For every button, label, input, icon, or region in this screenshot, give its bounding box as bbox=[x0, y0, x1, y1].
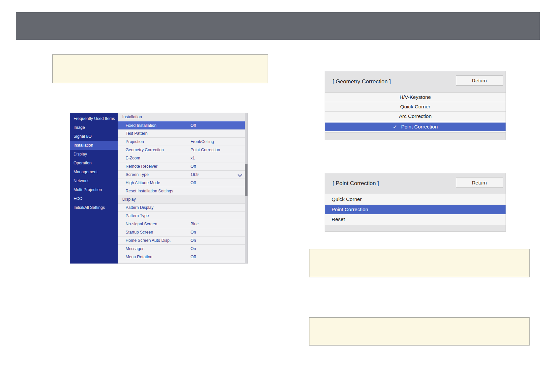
point-correction-panel: [ Point Correction ] Return Quick Corner… bbox=[325, 173, 506, 232]
menu-row-high-altitude-mode[interactable]: High Altitude ModeOff bbox=[118, 179, 248, 187]
menu-section-header-display: Display bbox=[118, 195, 248, 204]
menu-row-value: Blue bbox=[190, 220, 199, 228]
option-label: Arc Correction bbox=[399, 113, 431, 119]
menu-row-label: Reset Installation Settings bbox=[126, 189, 173, 193]
option-label: Reset bbox=[332, 216, 345, 222]
option-label: Point Correction bbox=[332, 207, 368, 212]
menu-row-label: Split Screen Setting bbox=[126, 263, 162, 264]
sidebar-item-installation[interactable]: Installation bbox=[70, 141, 118, 150]
menu-row-label: No-signal Screen bbox=[126, 222, 157, 226]
return-button[interactable]: Return bbox=[456, 75, 503, 86]
menu-row-e-zoom[interactable]: E-Zoomx1 bbox=[118, 154, 248, 162]
menu-row-home-screen-auto-disp[interactable]: Home Screen Auto Disp.On bbox=[118, 237, 248, 245]
panel-footer bbox=[325, 225, 506, 231]
menu-row-label: Projection bbox=[126, 139, 144, 144]
sidebar-item-display[interactable]: Display bbox=[70, 150, 118, 159]
menu-row-screen-type[interactable]: Screen Type16:9 bbox=[118, 171, 248, 179]
menu-row-pattern-type[interactable]: Pattern Type bbox=[118, 212, 248, 220]
point-option-point-correction[interactable]: Point Correction bbox=[325, 205, 506, 214]
menu-row-value: Off bbox=[190, 179, 196, 187]
menu-row-test-pattern[interactable]: Test Pattern bbox=[118, 129, 248, 138]
scrollbar-thumb[interactable] bbox=[245, 164, 248, 196]
geometry-panel-header: [ Geometry Correction ] Return bbox=[325, 71, 506, 93]
geometry-option-point-correction[interactable]: ✓Point Correction bbox=[325, 121, 506, 131]
point-panel-title: [ Point Correction ] bbox=[333, 180, 379, 187]
menu-row-messages[interactable]: MessagesOn bbox=[118, 245, 248, 253]
menu-row-label: Menu Rotation bbox=[126, 255, 152, 259]
menu-row-value: Off bbox=[190, 162, 196, 170]
menu-row-no-signal-screen[interactable]: No-signal ScreenBlue bbox=[118, 220, 248, 228]
sidebar-item-eco[interactable]: ECO bbox=[70, 194, 118, 203]
header-bar bbox=[16, 12, 540, 40]
menu-row-value: On bbox=[190, 245, 196, 253]
geometry-option-quick-corner[interactable]: Quick Corner bbox=[325, 102, 506, 112]
panel-footer bbox=[325, 132, 506, 140]
menu-row-label: Home Screen Auto Disp. bbox=[126, 238, 171, 243]
point-panel-header: [ Point Correction ] Return bbox=[325, 173, 506, 194]
menu-row-label: Test Pattern bbox=[126, 131, 148, 136]
check-icon: ✓ bbox=[393, 124, 397, 130]
option-label: Quick Corner bbox=[332, 196, 362, 202]
point-option-quick-corner[interactable]: Quick Corner bbox=[325, 194, 506, 205]
option-label: Point Correction bbox=[401, 124, 438, 130]
menu-row-label: Pattern Display bbox=[126, 205, 154, 210]
menu-row-label: E-Zoom bbox=[126, 156, 140, 160]
sidebar-item-network[interactable]: Network bbox=[70, 177, 118, 185]
sidebar-item-management[interactable]: Management bbox=[70, 168, 118, 177]
geometry-option-arc-correction[interactable]: Arc Correction bbox=[325, 112, 506, 121]
scrollbar[interactable] bbox=[245, 113, 248, 263]
geometry-panel-title: [ Geometry Correction ] bbox=[333, 78, 391, 85]
menu-row-value: Front/Ceiling bbox=[190, 138, 214, 146]
geometry-correction-panel: [ Geometry Correction ] Return H/V-Keyst… bbox=[325, 71, 506, 140]
menu-row-value: x1 bbox=[190, 154, 195, 162]
option-label: H/V-Keystone bbox=[400, 94, 431, 100]
menu-row-value: 16:9 bbox=[190, 171, 198, 179]
point-option-reset[interactable]: Reset bbox=[325, 214, 506, 225]
menu-row-label: Startup Screen bbox=[126, 230, 153, 235]
menu-section-header-installation: Installation bbox=[118, 113, 248, 121]
menu-row-label: Screen Type bbox=[126, 172, 149, 177]
menu-row-pattern-display[interactable]: Pattern Display bbox=[118, 204, 248, 212]
sidebar-item-image[interactable]: Image bbox=[70, 123, 118, 132]
chevron-down-icon bbox=[238, 172, 242, 177]
geometry-option-h-v-keystone[interactable]: H/V-Keystone bbox=[325, 93, 506, 102]
sidebar-item-frequently-used-items[interactable]: Frequently Used Items bbox=[70, 114, 118, 123]
menu-row-menu-rotation[interactable]: Menu RotationOff bbox=[118, 253, 248, 261]
menu-row-split-screen-setting[interactable]: Split Screen Setting bbox=[118, 261, 248, 264]
return-button[interactable]: Return bbox=[456, 178, 503, 188]
menu-row-value: On bbox=[190, 237, 196, 244]
page: Frequently Used ItemsImageSignal I/OInst… bbox=[0, 0, 555, 392]
menu-row-label: Pattern Type bbox=[126, 213, 149, 218]
menu-row-label: Fixed Installation bbox=[126, 123, 157, 128]
menu-row-fixed-installation[interactable]: Fixed InstallationOff bbox=[118, 121, 248, 129]
menu-row-label: High Altitude Mode bbox=[126, 181, 160, 185]
menu-row-reset-installation-settings[interactable]: Reset Installation Settings bbox=[118, 187, 248, 195]
note-box bbox=[52, 54, 268, 83]
menu-row-label: Messages bbox=[126, 246, 144, 251]
menu-row-projection[interactable]: ProjectionFront/Ceiling bbox=[118, 138, 248, 146]
sidebar-item-initial-all-settings[interactable]: Initial/All Settings bbox=[70, 203, 118, 212]
note-box bbox=[309, 249, 530, 277]
menu-row-value: On bbox=[190, 228, 196, 236]
menu-row-geometry-correction[interactable]: Geometry CorrectionPoint Correction bbox=[118, 146, 248, 154]
menu-sidebar: Frequently Used ItemsImageSignal I/OInst… bbox=[70, 113, 118, 264]
menu-row-label: Geometry Correction bbox=[126, 148, 164, 152]
note-box bbox=[309, 317, 530, 346]
menu-row-value: Off bbox=[190, 122, 196, 129]
sidebar-item-multi-projection[interactable]: Multi-Projection bbox=[70, 185, 118, 194]
option-label: Quick Corner bbox=[400, 104, 430, 110]
menu-row-label: Remote Receiver bbox=[126, 164, 158, 169]
menu-row-value: Off bbox=[190, 253, 196, 261]
menu-row-remote-receiver[interactable]: Remote ReceiverOff bbox=[118, 162, 248, 171]
menu-row-value: Point Correction bbox=[190, 146, 220, 154]
menu-row-startup-screen[interactable]: Startup ScreenOn bbox=[118, 228, 248, 237]
menu-main-pane: InstallationFixed InstallationOffTest Pa… bbox=[118, 113, 248, 264]
projector-settings-menu: Frequently Used ItemsImageSignal I/OInst… bbox=[70, 113, 248, 264]
sidebar-item-signal-i-o[interactable]: Signal I/O bbox=[70, 132, 118, 141]
sidebar-item-operation[interactable]: Operation bbox=[70, 159, 118, 168]
